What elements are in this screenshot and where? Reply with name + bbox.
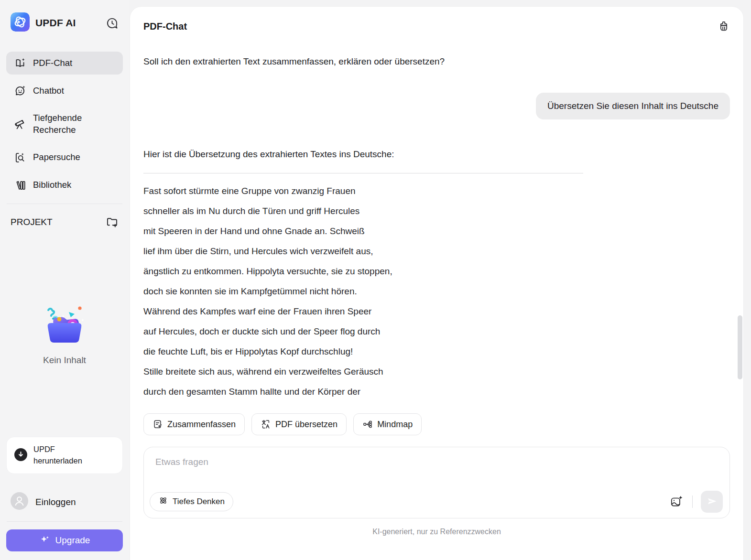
chat-panel: PDF-Chat Soll ich den extrahierten Text … (130, 7, 743, 560)
translation-line: Stille breitete sich aus, während ein ve… (143, 362, 730, 382)
sidebar-divider (7, 204, 122, 204)
translation-line: mit Speeren in der Hand und ohne Gnade a… (143, 221, 730, 241)
user-message-row: Übersetzen Sie diesen Inhalt ins Deutsch… (143, 93, 730, 119)
translation-line: die feuchte Luft, bis er Hippolytas Kopf… (143, 342, 730, 362)
translation-line: durch den gesamten Stamm hallte und der … (143, 382, 730, 402)
translation-line: doch sie konnten sie im Kampfgetümmel ni… (143, 281, 730, 302)
image-upload-icon[interactable] (669, 494, 684, 509)
page-title: PDF-Chat (143, 21, 187, 32)
open-book-sparkle-icon (14, 57, 26, 69)
folder-plus-icon[interactable] (105, 215, 119, 229)
sidebar-nav: PDF-Chat Chatbot (6, 52, 123, 197)
app-title: UPDF AI (35, 17, 76, 29)
translate-icon (261, 419, 271, 430)
composer-toolbar: Tiefes Denken (150, 491, 723, 513)
chat-input[interactable] (144, 447, 729, 478)
assistant-message: Soll ich den extrahierten Text zusammenf… (143, 56, 730, 67)
smiley-bubble-icon (14, 85, 26, 97)
sidebar-item-label: PDF-Chat (33, 57, 72, 69)
document-magnifier-icon (14, 151, 26, 164)
pdf-translate-button[interactable]: PDF übersetzen (251, 413, 347, 435)
project-empty-state: Kein Inhalt (6, 304, 123, 366)
upgrade-divider (7, 521, 122, 522)
books-icon (14, 179, 26, 192)
translation-line: lief ihm über die Stirn, und Hercules wi… (143, 241, 730, 261)
updf-logo-icon (11, 12, 30, 33)
translation-line: ängstlich zu entkommen. Hippolyta versuc… (143, 261, 730, 281)
translation-line: Fast sofort stürmte eine Gruppe von zwan… (143, 181, 730, 201)
translation-text: Fast sofort stürmte eine Gruppe von zwan… (143, 181, 730, 402)
chat-thread: Soll ich den extrahierten Text zusammenf… (130, 33, 743, 402)
send-button[interactable] (701, 491, 723, 513)
telescope-icon (14, 118, 26, 130)
sidebar-item-library[interactable]: Bibliothek (6, 174, 123, 197)
brand-row: UPDF AI (11, 12, 119, 33)
empty-state-label: Kein Inhalt (43, 355, 86, 366)
history-icon[interactable] (105, 16, 119, 30)
scrollbar-thumb[interactable] (738, 315, 742, 379)
sidebar-item-pdf-chat[interactable]: PDF-Chat (6, 52, 123, 75)
composer-divider (692, 495, 693, 508)
paper-plane-icon (706, 495, 718, 509)
translation-line: Während des Kampfes warf eine der Frauen… (143, 302, 730, 322)
sidebar-item-deep-research[interactable]: Tiefgehende Recherche (6, 107, 123, 141)
upgrade-label: Upgrade (55, 535, 90, 546)
download-button-label: UPDF herunterladen (33, 444, 96, 467)
clear-chat-brush-icon[interactable] (717, 19, 731, 33)
user-message-bubble: Übersetzen Sie diesen Inhalt ins Deutsch… (536, 93, 730, 119)
login-label: Einloggen (35, 497, 76, 507)
upgrade-button[interactable]: Upgrade (6, 529, 123, 551)
sidebar-item-paper-search[interactable]: Papersuche (6, 146, 123, 169)
login-row[interactable]: Einloggen (11, 492, 119, 512)
pdf-translate-label: PDF übersetzen (275, 420, 337, 430)
project-section-header: PROJEKT (11, 215, 119, 229)
translation-heading: Hier ist die Übersetzung des extrahierte… (143, 149, 730, 160)
sidebar-item-chatbot[interactable]: Chatbot (6, 79, 123, 102)
avatar (11, 492, 28, 512)
download-updf-button[interactable]: UPDF herunterladen (6, 437, 123, 474)
sidebar: UPDF AI PDF-Chat (0, 0, 129, 560)
deep-think-toggle[interactable]: Tiefes Denken (150, 492, 233, 511)
deep-think-label: Tiefes Denken (173, 497, 225, 506)
project-label: PROJEKT (11, 217, 53, 227)
sparkle-icon (39, 534, 51, 548)
ai-disclaimer: KI-generiert, nur zu Referenzzwecken (130, 528, 743, 536)
download-circle-icon (14, 448, 27, 463)
sidebar-item-label: Chatbot (33, 85, 64, 97)
atom-icon (158, 495, 168, 508)
translation-line: schneller als im Nu durch die Türen und … (143, 201, 730, 221)
mindmap-icon (362, 419, 373, 430)
translation-divider (143, 173, 583, 173)
sidebar-item-label: Bibliothek (33, 179, 71, 191)
quick-actions: Zusammenfassen PDF übersetzen (130, 413, 743, 435)
chat-header: PDF-Chat (130, 7, 743, 33)
mindmap-button[interactable]: Mindmap (353, 413, 422, 435)
sidebar-item-label: Tiefgehende Recherche (33, 112, 115, 136)
empty-folder-illustration (42, 304, 87, 348)
mindmap-label: Mindmap (377, 420, 413, 430)
summarize-label: Zusammenfassen (167, 420, 236, 430)
summarize-button[interactable]: Zusammenfassen (143, 413, 245, 435)
composer: Tiefes Denken (143, 447, 730, 518)
main-area: PDF-Chat Soll ich den extrahierten Text … (129, 0, 751, 560)
summarize-doc-icon (152, 419, 163, 430)
sidebar-item-label: Papersuche (33, 151, 80, 163)
translation-line: auf Hercules, doch er duckte sich und de… (143, 322, 730, 342)
